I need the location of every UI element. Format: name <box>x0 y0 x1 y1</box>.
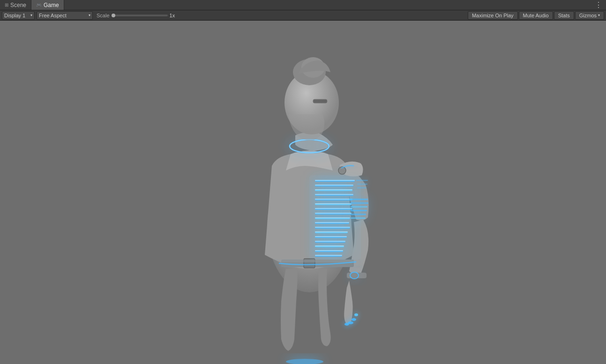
svg-rect-63 <box>309 175 361 260</box>
scale-container: Scale 1x <box>95 13 175 18</box>
scale-slider[interactable] <box>112 15 168 16</box>
svg-rect-7 <box>313 99 327 103</box>
aspect-arrow-icon: ▾ <box>89 13 90 17</box>
scale-label: Scale <box>97 13 110 18</box>
tab-bar: ⊞ Scene 🎮 Game ⋮ <box>0 0 606 10</box>
scene-icon: ⊞ <box>5 2 8 7</box>
svg-point-56 <box>344 323 349 326</box>
display-label: Display 1 <box>4 13 25 18</box>
more-button[interactable]: ⋮ <box>591 0 606 10</box>
character-render <box>0 21 606 364</box>
tab-game[interactable]: 🎮 Game <box>31 0 64 10</box>
svg-point-58 <box>354 313 358 316</box>
stats-label: Stats <box>558 13 570 18</box>
aspect-select[interactable]: Free Aspect ▾ <box>37 11 93 20</box>
scale-thumb <box>112 14 115 17</box>
aspect-label: Free Aspect <box>39 13 67 18</box>
scale-value: 1x <box>170 13 175 18</box>
gizmos-label: Gizmos <box>579 13 597 18</box>
svg-point-57 <box>352 318 356 321</box>
maximize-label: Maximize On Play <box>472 13 514 18</box>
gizmos-button[interactable]: Gizmos ▾ <box>575 11 604 20</box>
tab-scene-label: Scene <box>10 2 26 8</box>
display-select[interactable]: Display 1 ▾ <box>2 11 35 20</box>
svg-rect-52 <box>281 260 354 262</box>
maximize-button[interactable]: Maximize On Play <box>468 11 518 20</box>
tab-scene[interactable]: ⊞ Scene <box>0 0 31 10</box>
tab-game-label: Game <box>44 2 59 8</box>
game-icon: 🎮 <box>36 2 42 7</box>
stats-button[interactable]: Stats <box>554 11 574 20</box>
display-arrow-icon: ▾ <box>30 13 32 17</box>
mute-label: Mute Audio <box>523 13 549 18</box>
toolbar: Display 1 ▾ Free Aspect ▾ Scale 1x Maxim… <box>0 10 606 21</box>
mute-button[interactable]: Mute Audio <box>519 11 553 20</box>
game-viewport[interactable] <box>0 21 606 364</box>
toolbar-right: Maximize On Play Mute Audio Stats Gizmos… <box>468 11 604 20</box>
gizmos-arrow-icon: ▾ <box>598 13 600 17</box>
